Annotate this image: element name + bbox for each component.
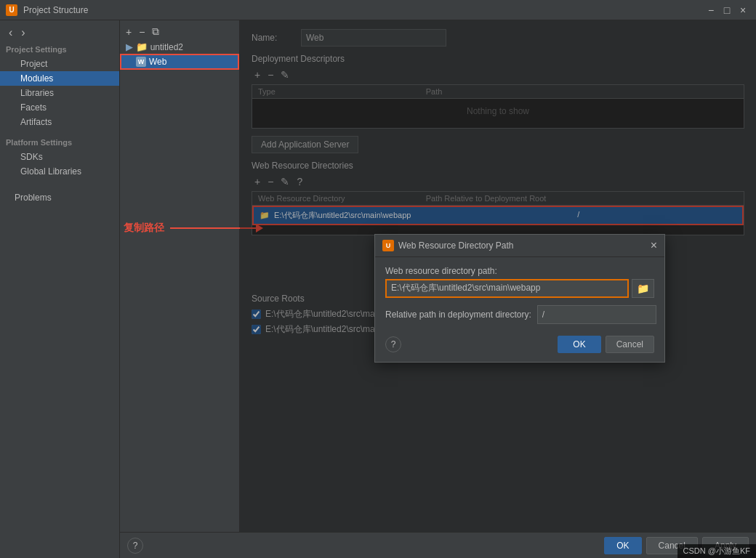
sidebar-item-libraries[interactable]: Libraries <box>0 86 119 100</box>
sidebar-item-label: Artifacts <box>20 117 52 127</box>
dialog-close-button[interactable]: × <box>651 239 657 252</box>
dialog-input-row: 📁 <box>385 279 654 298</box>
nav-forward-button[interactable]: › <box>18 25 28 41</box>
detail-panel: Name: Deployment Descriptors + − ✎ Type … <box>240 20 756 532</box>
main-layout: ‹ › Project Settings Project Modules Lib… <box>0 20 756 558</box>
watermark: CSDN @小游鱼KF <box>677 544 756 558</box>
title-bar: U Project Structure − □ × <box>0 0 756 20</box>
sidebar-item-label: Global Libraries <box>20 166 81 177</box>
platform-settings-header: Platform Settings <box>0 135 119 150</box>
sidebar-item-facets[interactable]: Facets <box>0 100 119 115</box>
project-settings-header: Project Settings <box>0 42 119 57</box>
dialog-ok-button[interactable]: OK <box>558 336 600 353</box>
tree-copy-button[interactable]: ⧉ <box>149 25 162 39</box>
ok-button[interactable]: OK <box>604 537 641 554</box>
sidebar-item-global-libraries[interactable]: Global Libraries <box>0 164 119 179</box>
app-icon: U <box>6 4 17 16</box>
tree-toolbar: + − ⧉ <box>120 23 239 40</box>
folder-icon: ▶ 📁 <box>126 41 148 52</box>
dialog-help-button[interactable]: ? <box>385 336 401 352</box>
window-title: Project Structure <box>23 5 704 15</box>
sidebar-item-artifacts[interactable]: Artifacts <box>0 115 119 129</box>
sidebar-item-modules[interactable]: Modules <box>0 71 119 86</box>
minimize-button[interactable]: − <box>704 3 718 17</box>
dialog-relative-label: Relative path in deployment directory: <box>385 310 531 320</box>
dialog-relative-row: Relative path in deployment directory: <box>385 305 654 324</box>
dialog-path-input[interactable] <box>385 279 629 298</box>
tree-child-label: Web <box>149 57 166 67</box>
bottom-bar: ? OK Cancel Apply <box>120 532 756 558</box>
tree-add-button[interactable]: + <box>123 25 134 39</box>
module-icon: W <box>136 57 146 67</box>
sidebar-item-label: Modules <box>20 73 53 84</box>
dialog-relative-input[interactable] <box>537 305 656 324</box>
dialog-overlay: U Web Resource Directory Path × Web reso… <box>240 20 756 532</box>
sidebar: ‹ › Project Settings Project Modules Lib… <box>0 20 120 558</box>
tree-root-item[interactable]: ▶ 📁 untitled2 <box>120 40 239 54</box>
tree-root-label: untitled2 <box>150 42 183 52</box>
sidebar-nav: ‹ › <box>0 23 119 42</box>
dialog-icon: U <box>382 240 394 251</box>
tree-remove-button[interactable]: − <box>136 25 148 39</box>
dialog-actions: ? OK Cancel <box>385 333 654 353</box>
sidebar-item-project[interactable]: Project <box>0 57 119 71</box>
sidebar-item-sdks[interactable]: SDKs <box>0 150 119 164</box>
close-button[interactable]: × <box>736 3 750 17</box>
dialog-content: Web resource directory path: 📁 Relative … <box>375 257 664 362</box>
sidebar-item-problems[interactable]: Problems <box>0 190 119 205</box>
sidebar-item-label: SDKs <box>20 152 43 162</box>
dialog-browse-button[interactable]: 📁 <box>632 279 654 298</box>
dialog-title-bar: U Web Resource Directory Path × <box>375 235 664 257</box>
nav-back-button[interactable]: ‹ <box>6 25 15 41</box>
sidebar-item-label: Libraries <box>20 88 54 98</box>
sidebar-item-label: Problems <box>15 193 52 203</box>
tree-web-item[interactable]: W Web <box>120 54 239 70</box>
bottom-left: ? <box>127 538 143 554</box>
maximize-button[interactable]: □ <box>720 3 734 17</box>
web-resource-dialog: U Web Resource Directory Path × Web reso… <box>374 234 665 363</box>
dialog-title-text: Web Resource Directory Path <box>398 240 514 251</box>
help-button[interactable]: ? <box>127 538 143 554</box>
dialog-path-label: Web resource directory path: <box>385 266 654 276</box>
content-area: + − ⧉ ▶ 📁 untitled2 W Web Name: <box>120 20 756 558</box>
sidebar-item-label: Project <box>20 59 47 69</box>
content-inner: + − ⧉ ▶ 📁 untitled2 W Web Name: <box>120 20 756 532</box>
tree-panel: + − ⧉ ▶ 📁 untitled2 W Web <box>120 20 240 532</box>
sidebar-item-label: Facets <box>20 102 47 113</box>
window-controls: − □ × <box>704 3 750 17</box>
dialog-cancel-button[interactable]: Cancel <box>606 336 654 353</box>
dialog-title: U Web Resource Directory Path <box>382 240 514 251</box>
